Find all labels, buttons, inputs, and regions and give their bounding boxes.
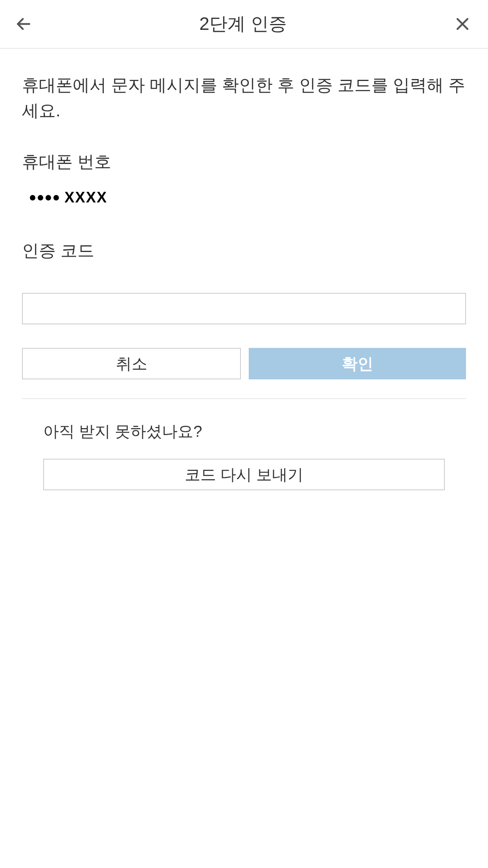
verification-code-input[interactable]	[22, 293, 466, 324]
resend-question: 아직 받지 못하셨나요?	[43, 421, 445, 442]
close-icon	[454, 15, 471, 33]
content: 휴대폰에서 문자 메시지를 확인한 후 인증 코드를 입력해 주세요. 휴대폰 …	[0, 49, 488, 514]
arrow-left-icon	[15, 15, 32, 33]
page-title: 2단계 인증	[33, 12, 453, 36]
confirm-button[interactable]: 확인	[249, 348, 466, 379]
resend-section: 아직 받지 못하셨나요? 코드 다시 보내기	[22, 421, 466, 490]
masked-dots-icon	[30, 195, 59, 200]
close-button[interactable]	[453, 14, 472, 34]
cancel-button[interactable]: 취소	[22, 348, 241, 379]
code-section: 인증 코드	[22, 239, 466, 324]
code-label: 인증 코드	[22, 239, 466, 262]
resend-code-button[interactable]: 코드 다시 보내기	[43, 459, 445, 490]
phone-masked-suffix: XXXX	[64, 189, 107, 206]
header: 2단계 인증	[0, 0, 488, 49]
back-button[interactable]	[14, 14, 33, 34]
phone-label: 휴대폰 번호	[22, 151, 466, 173]
phone-number-display: XXXX	[22, 189, 466, 206]
button-row: 취소 확인	[22, 348, 466, 379]
instruction-text: 휴대폰에서 문자 메시지를 확인한 후 인증 코드를 입력해 주세요.	[22, 72, 466, 123]
divider	[22, 398, 466, 399]
